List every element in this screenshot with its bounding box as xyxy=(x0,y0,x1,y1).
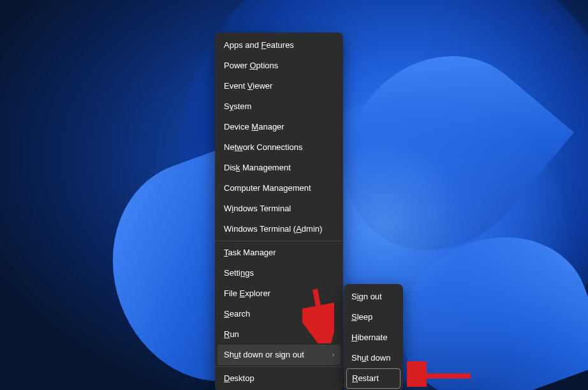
menu-item-event-viewer[interactable]: Event Viewer xyxy=(215,76,343,96)
submenu-item-hibernate[interactable]: Hibernate xyxy=(344,327,403,348)
menu-separator xyxy=(215,241,343,241)
menu-item-search[interactable]: Search xyxy=(215,304,343,324)
submenu-item-restart[interactable]: Restart xyxy=(346,368,401,389)
menu-item-settings[interactable]: Settings xyxy=(215,263,343,283)
menu-item-network-connections[interactable]: Network Connections xyxy=(215,137,343,158)
menu-item-device-manager[interactable]: Device Manager xyxy=(215,117,343,137)
menu-item-task-manager[interactable]: Task Manager xyxy=(215,243,343,263)
menu-separator xyxy=(215,366,343,367)
chevron-right-icon: › xyxy=(332,350,334,360)
menu-item-windows-terminal-admin[interactable]: Windows Terminal (Admin) xyxy=(215,219,343,239)
submenu-item-sleep[interactable]: Sleep xyxy=(344,307,403,327)
winx-context-menu: Apps and Features Power Options Event Vi… xyxy=(215,33,343,390)
menu-item-system[interactable]: System xyxy=(215,96,343,117)
menu-item-run[interactable]: Run xyxy=(215,324,343,345)
menu-item-shutdown-signout[interactable]: Shut down or sign out › xyxy=(217,345,341,365)
shutdown-submenu: Sign out Sleep Hibernate Shut down Resta… xyxy=(344,284,403,390)
menu-item-disk-management[interactable]: Disk Management xyxy=(215,158,343,178)
menu-item-apps-features[interactable]: Apps and Features xyxy=(215,35,343,56)
submenu-item-shutdown[interactable]: Shut down xyxy=(344,348,403,368)
menu-item-computer-management[interactable]: Computer Management xyxy=(215,178,343,199)
submenu-item-signout[interactable]: Sign out xyxy=(344,287,403,307)
menu-item-desktop[interactable]: Desktop xyxy=(215,368,343,389)
menu-item-file-explorer[interactable]: File Explorer xyxy=(215,283,343,304)
menu-item-power-options[interactable]: Power Options xyxy=(215,56,343,76)
menu-item-windows-terminal[interactable]: Windows Terminal xyxy=(215,199,343,219)
